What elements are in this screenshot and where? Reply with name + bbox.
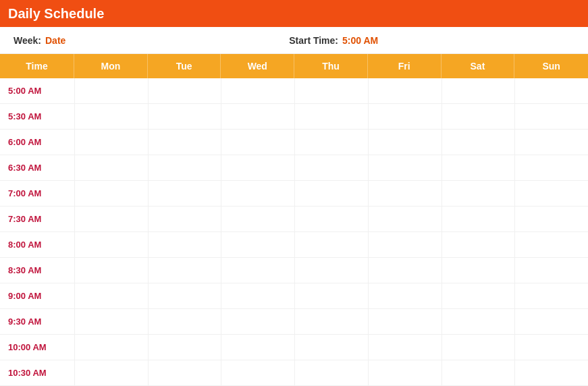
- schedule-cell[interactable]: [148, 360, 221, 385]
- schedule-cell[interactable]: [221, 104, 294, 129]
- schedule-cell[interactable]: [294, 104, 368, 129]
- schedule-cell[interactable]: [221, 181, 294, 206]
- schedule-cell[interactable]: [74, 104, 148, 129]
- schedule-cell[interactable]: [148, 309, 221, 334]
- schedule-cell[interactable]: [368, 360, 442, 385]
- schedule-cell[interactable]: [368, 104, 442, 129]
- schedule-cell[interactable]: [221, 258, 294, 283]
- schedule-cell[interactable]: [294, 78, 368, 103]
- schedule-cell[interactable]: [514, 283, 588, 308]
- schedule-cell[interactable]: [148, 181, 221, 206]
- schedule-cell[interactable]: [442, 360, 515, 385]
- schedule-cell[interactable]: [294, 232, 368, 257]
- schedule-cell[interactable]: [514, 258, 588, 283]
- schedule-cell[interactable]: [221, 232, 294, 257]
- schedule-cell[interactable]: [294, 360, 368, 385]
- schedule-cell[interactable]: [368, 206, 442, 231]
- time-cell: 8:00 AM: [0, 232, 74, 257]
- header: Daily Schedule: [0, 0, 588, 27]
- schedule-cell[interactable]: [294, 181, 368, 206]
- schedule-cell[interactable]: [148, 104, 221, 129]
- schedule-cell[interactable]: [74, 155, 148, 180]
- col-header-tue: Tue: [148, 54, 221, 78]
- col-header-wed: Wed: [221, 54, 294, 78]
- schedule-cell[interactable]: [514, 360, 588, 385]
- schedule-cell[interactable]: [148, 155, 221, 180]
- schedule-cell[interactable]: [148, 130, 221, 155]
- time-row: 9:30 AM: [0, 309, 588, 335]
- schedule-cell[interactable]: [442, 78, 515, 103]
- schedule-cell[interactable]: [514, 130, 588, 155]
- schedule-cell[interactable]: [148, 78, 221, 103]
- schedule-cell[interactable]: [442, 155, 515, 180]
- schedule-cell[interactable]: [368, 181, 442, 206]
- schedule-cell[interactable]: [221, 283, 294, 308]
- schedule-cell[interactable]: [442, 283, 515, 308]
- schedule-cell[interactable]: [148, 258, 221, 283]
- time-cell: 5:30 AM: [0, 104, 74, 129]
- schedule-cell[interactable]: [514, 309, 588, 334]
- time-cell: 8:30 AM: [0, 258, 74, 283]
- schedule-cell[interactable]: [514, 232, 588, 257]
- schedule-cell[interactable]: [74, 78, 148, 103]
- schedule-cell[interactable]: [294, 206, 368, 231]
- schedule-cell[interactable]: [368, 155, 442, 180]
- schedule-cell[interactable]: [74, 335, 148, 360]
- time-row: 8:00 AM: [0, 232, 588, 258]
- schedule-cell[interactable]: [221, 206, 294, 231]
- schedule-cell[interactable]: [221, 360, 294, 385]
- schedule-cell[interactable]: [294, 130, 368, 155]
- schedule-cell[interactable]: [514, 206, 588, 231]
- schedule-cell[interactable]: [148, 283, 221, 308]
- start-time-value[interactable]: 5:00 AM: [342, 35, 378, 46]
- schedule-cell[interactable]: [221, 78, 294, 103]
- schedule-cell[interactable]: [442, 130, 515, 155]
- schedule-cell[interactable]: [368, 232, 442, 257]
- schedule-cell[interactable]: [221, 130, 294, 155]
- schedule-cell[interactable]: [74, 181, 148, 206]
- schedule-cell[interactable]: [514, 155, 588, 180]
- schedule-cell[interactable]: [368, 258, 442, 283]
- schedule-cell[interactable]: [368, 335, 442, 360]
- schedule-cell[interactable]: [74, 283, 148, 308]
- schedule-cell[interactable]: [221, 155, 294, 180]
- schedule-cell[interactable]: [514, 181, 588, 206]
- schedule-cell[interactable]: [221, 335, 294, 360]
- schedule-cell[interactable]: [368, 283, 442, 308]
- schedule-cell[interactable]: [294, 258, 368, 283]
- schedule-cell[interactable]: [442, 181, 515, 206]
- schedule-cell[interactable]: [514, 104, 588, 129]
- schedule-cell[interactable]: [148, 335, 221, 360]
- schedule-cell[interactable]: [74, 130, 148, 155]
- schedule-cell[interactable]: [514, 78, 588, 103]
- schedule-cell[interactable]: [442, 258, 515, 283]
- schedule-cell[interactable]: [148, 206, 221, 231]
- schedule-cell[interactable]: [74, 232, 148, 257]
- schedule-cell[interactable]: [368, 309, 442, 334]
- schedule-cell[interactable]: [442, 232, 515, 257]
- schedule-cell[interactable]: [442, 309, 515, 334]
- time-cell: 7:30 AM: [0, 206, 74, 231]
- schedule-cell[interactable]: [294, 335, 368, 360]
- schedule-body[interactable]: 5:00 AM5:30 AM6:00 AM6:30 AM7:00 AM7:30 …: [0, 78, 588, 386]
- schedule-cell[interactable]: [442, 335, 515, 360]
- app-container: Daily Schedule Week: Date Start Time: 5:…: [0, 0, 588, 386]
- schedule-cell[interactable]: [74, 206, 148, 231]
- schedule-cell[interactable]: [74, 360, 148, 385]
- schedule-cell[interactable]: [74, 258, 148, 283]
- week-value[interactable]: Date: [45, 35, 65, 46]
- schedule-cell[interactable]: [442, 206, 515, 231]
- time-cell: 9:00 AM: [0, 283, 74, 308]
- column-headers: Time Mon Tue Wed Thu Fri Sat Sun: [0, 54, 588, 78]
- schedule-cell[interactable]: [442, 104, 515, 129]
- schedule-cell[interactable]: [294, 155, 368, 180]
- schedule-cell[interactable]: [221, 309, 294, 334]
- schedule-cell[interactable]: [294, 309, 368, 334]
- schedule-cell[interactable]: [368, 78, 442, 103]
- schedule-cell[interactable]: [514, 335, 588, 360]
- time-row: 8:30 AM: [0, 258, 588, 283]
- schedule-cell[interactable]: [148, 232, 221, 257]
- schedule-cell[interactable]: [74, 309, 148, 334]
- schedule-cell[interactable]: [368, 130, 442, 155]
- schedule-cell[interactable]: [294, 283, 368, 308]
